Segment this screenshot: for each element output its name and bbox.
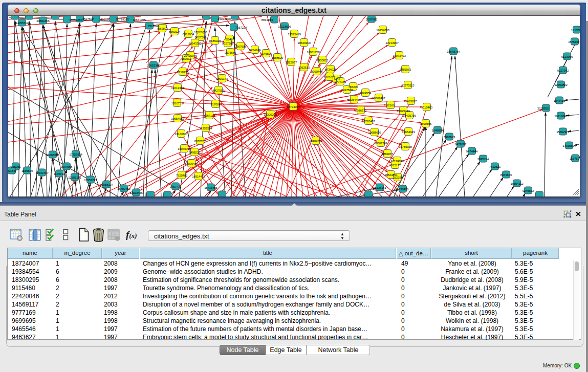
svg-text:14055712: 14055712 <box>15 21 29 25</box>
svg-text:9884067: 9884067 <box>382 152 394 156</box>
svg-text:6466160: 6466160 <box>99 18 111 21</box>
svg-text:16154808: 16154808 <box>376 29 389 32</box>
svg-text:3675685: 3675685 <box>225 51 236 54</box>
svg-text:10688609: 10688609 <box>368 131 381 134</box>
svg-text:16961758: 16961758 <box>307 51 320 54</box>
svg-text:13325419: 13325419 <box>288 33 301 36</box>
svg-text:9123966: 9123966 <box>561 55 573 58</box>
svg-text:9777169: 9777169 <box>335 80 346 83</box>
svg-text:14099489: 14099489 <box>185 162 198 165</box>
svg-text:135061: 135061 <box>11 165 21 168</box>
svg-text:20364436: 20364436 <box>347 98 361 101</box>
svg-text:18300295: 18300295 <box>264 113 277 116</box>
svg-text:20691406: 20691406 <box>36 19 50 23</box>
svg-text:15692971: 15692971 <box>556 130 570 134</box>
svg-text:1362615: 1362615 <box>298 66 310 69</box>
svg-text:1527602: 1527602 <box>82 17 94 20</box>
svg-text:10025433: 10025433 <box>397 110 410 113</box>
svg-text:1640954: 1640954 <box>432 129 444 132</box>
svg-text:9463627: 9463627 <box>405 100 417 103</box>
svg-text:8813054: 8813054 <box>262 18 273 21</box>
svg-text:16033809: 16033809 <box>217 17 231 20</box>
svg-text:5938923: 5938923 <box>444 136 455 139</box>
svg-text:12213369: 12213369 <box>171 86 184 90</box>
svg-text:20053346: 20053346 <box>147 64 160 67</box>
svg-text:2967608: 2967608 <box>235 45 247 48</box>
svg-text:8660124: 8660124 <box>169 30 181 33</box>
svg-text:15720407: 15720407 <box>362 120 375 123</box>
svg-text:7588520: 7588520 <box>272 56 284 59</box>
svg-text:1615132: 1615132 <box>389 164 401 167</box>
svg-text:17957223: 17957223 <box>84 179 97 182</box>
svg-text:12213967: 12213967 <box>385 41 399 45</box>
svg-text:10543382: 10543382 <box>188 42 202 45</box>
svg-text:9327508: 9327508 <box>222 42 234 45</box>
svg-text:9115460: 9115460 <box>421 106 433 109</box>
svg-text:16782759: 16782759 <box>117 187 130 190</box>
svg-text:3624554: 3624554 <box>360 92 372 95</box>
svg-text:252294: 252294 <box>393 176 403 179</box>
svg-text:2803144: 2803144 <box>216 77 228 80</box>
svg-text:12505185: 12505185 <box>68 176 81 179</box>
svg-text:16495756: 16495756 <box>403 114 416 117</box>
svg-text:8990448: 8990448 <box>311 70 323 73</box>
svg-text:20206565: 20206565 <box>46 154 59 157</box>
svg-text:9997568: 9997568 <box>61 165 73 168</box>
svg-text:8471676: 8471676 <box>500 173 512 177</box>
svg-text:6479197: 6479197 <box>455 143 467 146</box>
svg-text:10654112: 10654112 <box>510 182 524 185</box>
svg-text:9245652: 9245652 <box>522 189 534 192</box>
svg-text:2087682: 2087682 <box>366 18 378 21</box>
svg-text:13226058: 13226058 <box>194 31 207 34</box>
svg-text:7485063: 7485063 <box>400 68 411 71</box>
svg-text:9827509: 9827509 <box>195 36 207 39</box>
svg-text:9699695: 9699695 <box>420 122 432 125</box>
svg-text:2546: 2546 <box>226 38 233 41</box>
svg-text:7357224: 7357224 <box>235 26 247 29</box>
svg-text:10653287: 10653287 <box>69 18 82 21</box>
svg-text:18724007: 18724007 <box>287 105 300 108</box>
svg-text:2718176: 2718176 <box>177 71 189 74</box>
svg-text:8678352: 8678352 <box>194 140 206 143</box>
svg-text:6497508: 6497508 <box>341 89 353 92</box>
svg-text:9227342: 9227342 <box>557 69 569 72</box>
svg-text:8427552: 8427552 <box>213 89 225 92</box>
svg-text:15716485: 15716485 <box>204 186 217 189</box>
svg-text:15136141: 15136141 <box>373 186 386 189</box>
svg-text:17016504: 17016504 <box>562 144 576 147</box>
svg-text:7986372: 7986372 <box>355 109 367 112</box>
svg-text:16120746: 16120746 <box>390 160 404 163</box>
svg-text:1156829: 1156829 <box>21 169 33 172</box>
svg-text:11353594: 11353594 <box>199 127 212 130</box>
svg-text:19654923: 19654923 <box>402 130 415 134</box>
svg-text:9146821: 9146821 <box>260 52 272 55</box>
svg-text:18640910: 18640910 <box>297 41 311 45</box>
svg-text:12975115: 12975115 <box>401 84 415 87</box>
svg-text:7632621: 7632621 <box>489 165 501 168</box>
svg-text:9457771: 9457771 <box>170 185 182 188</box>
svg-text:16210643: 16210643 <box>554 115 568 118</box>
svg-text:10973493: 10973493 <box>393 54 406 57</box>
svg-text:12923466: 12923466 <box>129 191 143 194</box>
svg-text:1217804: 1217804 <box>571 29 580 32</box>
svg-text:19218506: 19218506 <box>278 25 291 28</box>
svg-text:1167534: 1167534 <box>570 157 580 160</box>
svg-text:16046758: 16046758 <box>178 147 191 150</box>
svg-text:7663822: 7663822 <box>157 27 168 30</box>
svg-text:19166827: 19166827 <box>175 133 188 136</box>
svg-text:19756928: 19756928 <box>399 145 412 148</box>
svg-text:62160: 62160 <box>386 104 395 107</box>
svg-text:19384554: 19384554 <box>309 140 322 143</box>
svg-text:10807467: 10807467 <box>372 97 385 100</box>
svg-text:16648784: 16648784 <box>447 50 460 53</box>
svg-text:13958107: 13958107 <box>100 183 113 186</box>
svg-text:3267110: 3267110 <box>204 114 215 117</box>
svg-text:12093822: 12093822 <box>554 83 568 86</box>
svg-text:18807249: 18807249 <box>374 142 387 145</box>
svg-text:12942737: 12942737 <box>35 171 49 174</box>
svg-text:10719185: 10719185 <box>116 18 129 21</box>
svg-text:8912954: 8912954 <box>183 33 194 36</box>
svg-text:1145194: 1145194 <box>54 172 66 176</box>
svg-text:8454749: 8454749 <box>249 49 261 52</box>
svg-text:16914479: 16914479 <box>192 175 205 178</box>
